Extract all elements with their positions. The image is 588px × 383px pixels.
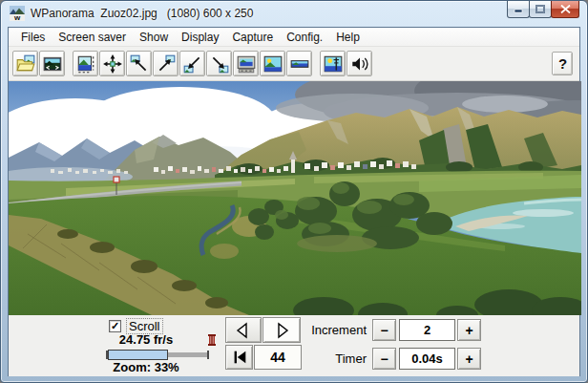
wpanorama-window: w WPanorama Zuoz02.jpg (1080) 600 x 250 … (0, 0, 588, 383)
sound-icon (349, 53, 370, 74)
increment-value: 2 (399, 319, 455, 341)
show-panorama-button[interactable] (39, 51, 65, 76)
slider-right-tick (207, 351, 209, 359)
banner-mode-button[interactable] (286, 51, 312, 76)
timer-label: Timer (285, 351, 367, 366)
scroll-checkbox-label[interactable]: Scroll (127, 319, 162, 333)
center-panorama-icon (102, 53, 123, 74)
titlebar[interactable]: w WPanorama Zuoz02.jpg (1080) 600 x 250 (1, 1, 587, 27)
toolbar: ? (9, 47, 579, 81)
timer-minus-button[interactable]: − (372, 348, 396, 370)
fit-window-icon (75, 53, 96, 74)
maximize-icon (536, 5, 545, 13)
speed-indicator-icon (207, 334, 217, 346)
panorama-viewport (9, 81, 581, 315)
scroll-left-top-icon (129, 53, 150, 74)
app-icon: w (10, 6, 25, 21)
scroll-left-bottom-icon (182, 53, 203, 74)
menu-screen-saver[interactable]: Screen saver (52, 29, 133, 46)
menu-capture[interactable]: Capture (225, 29, 280, 46)
maximize-button[interactable] (529, 1, 552, 18)
menu-files[interactable]: Files (14, 29, 52, 46)
show-panorama-icon (42, 53, 63, 74)
window-title: WPanorama Zuoz02.jpg (1080) 600 x 250 (31, 7, 253, 20)
close-button[interactable] (551, 1, 579, 18)
timer-value: 0.04s (399, 348, 455, 370)
scroll-checkbox[interactable]: ✓ (109, 320, 121, 332)
increment-label: Increment (285, 323, 367, 337)
timer-plus-button[interactable]: + (457, 348, 481, 370)
framerate-slider-fill[interactable] (108, 350, 168, 360)
prev-frame-icon (234, 321, 253, 340)
first-frame-icon (231, 349, 248, 366)
scroll-left-top-button[interactable] (126, 51, 152, 76)
full-screen-button[interactable] (260, 51, 285, 76)
panorama-image[interactable] (9, 81, 581, 315)
center-panorama-button[interactable] (99, 51, 125, 76)
framerate-value: 24.75 fr/s (93, 332, 200, 347)
scroll-right-bottom-button[interactable] (206, 51, 232, 76)
menu-display[interactable]: Display (175, 29, 225, 46)
first-frame-button[interactable] (225, 345, 253, 370)
fit-window-button[interactable] (73, 51, 98, 76)
screen-saver-button[interactable] (320, 51, 346, 76)
client-area: Files Screen saver Show Display Capture … (8, 27, 580, 376)
full-screen-icon (262, 53, 284, 74)
menu-help[interactable]: Help (329, 29, 367, 46)
scroll-left-button[interactable] (225, 317, 262, 343)
minimize-icon (514, 5, 523, 13)
control-panel: ✓ Scroll 24.75 fr/s Zoom: 33% (9, 315, 579, 376)
svg-text:w: w (13, 13, 21, 21)
scroll-right-bottom-icon (209, 53, 230, 74)
preview-screen-button[interactable] (233, 51, 259, 76)
zoom-level: Zoom: 33% (93, 360, 200, 374)
help-button[interactable]: ? (552, 52, 573, 75)
close-icon (560, 5, 571, 13)
increment-minus-button[interactable]: − (372, 319, 396, 341)
open-panorama-icon (15, 53, 36, 74)
sound-button[interactable] (346, 51, 372, 76)
menubar: Files Screen saver Show Display Capture … (9, 28, 579, 47)
menu-config[interactable]: Config. (280, 29, 329, 46)
menu-show[interactable]: Show (133, 29, 175, 46)
open-panorama-button[interactable] (12, 51, 38, 76)
increment-plus-button[interactable]: + (457, 319, 481, 341)
banner-mode-icon (289, 53, 310, 74)
scroll-right-top-icon (156, 53, 177, 74)
scroll-right-top-button[interactable] (153, 51, 178, 76)
preview-screen-icon (236, 53, 257, 74)
framerate-slider[interactable] (106, 350, 209, 360)
scroll-left-bottom-button[interactable] (179, 51, 205, 76)
screen-saver-icon (323, 53, 344, 74)
minimize-button[interactable] (507, 1, 530, 18)
